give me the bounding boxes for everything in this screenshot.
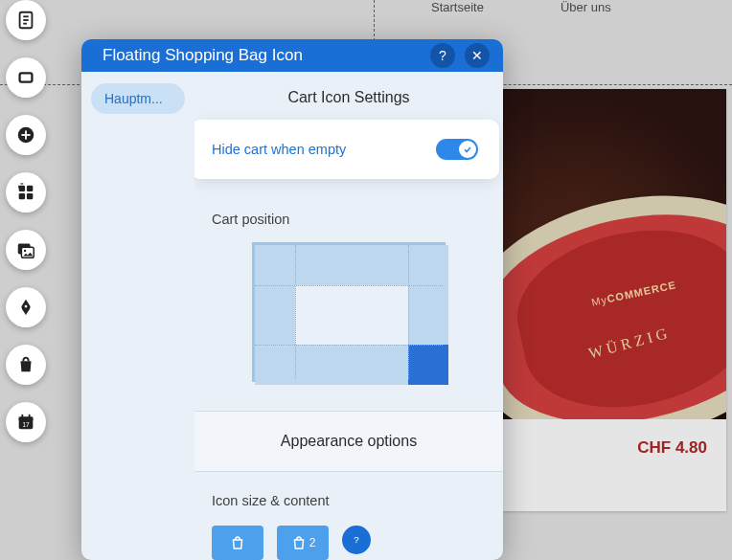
pos-middle-right[interactable] <box>408 285 448 345</box>
media-icon[interactable] <box>6 230 46 270</box>
hide-cart-label: Hide cart when empty <box>212 142 346 157</box>
svg-text:?: ? <box>354 534 359 545</box>
pos-top-right[interactable] <box>408 245 448 285</box>
icon-option-bag[interactable] <box>212 526 263 560</box>
apps-icon[interactable] <box>6 172 46 213</box>
sidebar-item-hauptmenu[interactable]: Hauptm... <box>91 83 185 114</box>
section-icon[interactable] <box>6 57 46 98</box>
svg-rect-11 <box>27 193 33 199</box>
pos-top-center[interactable] <box>295 245 408 285</box>
row-hide-cart-when-empty: Hide cart when empty <box>194 123 495 175</box>
pen-icon[interactable] <box>6 287 46 327</box>
svg-rect-8 <box>19 186 25 191</box>
icon-size-options: 2 ? <box>194 526 503 560</box>
svg-rect-21 <box>29 414 31 419</box>
calendar-icon[interactable]: 17 <box>6 402 46 442</box>
svg-rect-20 <box>21 414 23 419</box>
icon-size-label: Icon size & content <box>194 472 503 520</box>
svg-rect-12 <box>21 183 24 184</box>
modal-sidebar: Hauptm... <box>81 72 194 560</box>
modal-main: Cart Icon Settings Hide cart when empty … <box>194 72 503 560</box>
svg-point-16 <box>24 250 26 252</box>
svg-rect-15 <box>21 247 34 258</box>
help-button[interactable]: ? <box>430 43 455 68</box>
section-cart-icon-settings: Cart Icon Settings <box>194 72 503 120</box>
icon-option-bag-count[interactable]: 2 <box>277 526 329 560</box>
svg-rect-9 <box>27 186 33 191</box>
modal-title: Floating Shopping Bag Icon <box>103 46 303 65</box>
left-toolbar: 17 <box>6 0 52 442</box>
close-button[interactable]: ✕ <box>465 43 490 68</box>
svg-rect-4 <box>20 73 33 81</box>
icon-option-help[interactable]: ? <box>342 526 371 554</box>
svg-rect-13 <box>18 186 19 189</box>
svg-rect-19 <box>19 417 34 421</box>
pos-bottom-right[interactable] <box>408 345 448 385</box>
page-icon[interactable] <box>6 0 46 40</box>
modal-header: Floating Shopping Bag Icon ? ✕ <box>81 39 503 72</box>
hide-cart-toggle[interactable] <box>436 139 478 160</box>
cart-position-grid <box>252 242 446 382</box>
svg-rect-7 <box>21 134 30 136</box>
pos-middle-left[interactable] <box>255 285 295 345</box>
pos-top-left[interactable] <box>255 245 295 285</box>
add-icon[interactable] <box>6 115 46 155</box>
toggle-knob <box>459 141 476 158</box>
icon-option-count: 2 <box>309 536 316 549</box>
pos-bottom-center[interactable] <box>295 345 408 385</box>
svg-rect-10 <box>19 193 25 199</box>
svg-text:17: 17 <box>22 421 30 428</box>
svg-point-17 <box>25 305 28 308</box>
settings-modal: Floating Shopping Bag Icon ? ✕ Hauptm...… <box>81 39 503 560</box>
section-appearance-options[interactable]: Appearance options <box>194 412 503 472</box>
bag-icon[interactable] <box>6 345 46 385</box>
cart-position-label: Cart position <box>194 179 503 242</box>
pos-bottom-left[interactable] <box>255 345 295 385</box>
